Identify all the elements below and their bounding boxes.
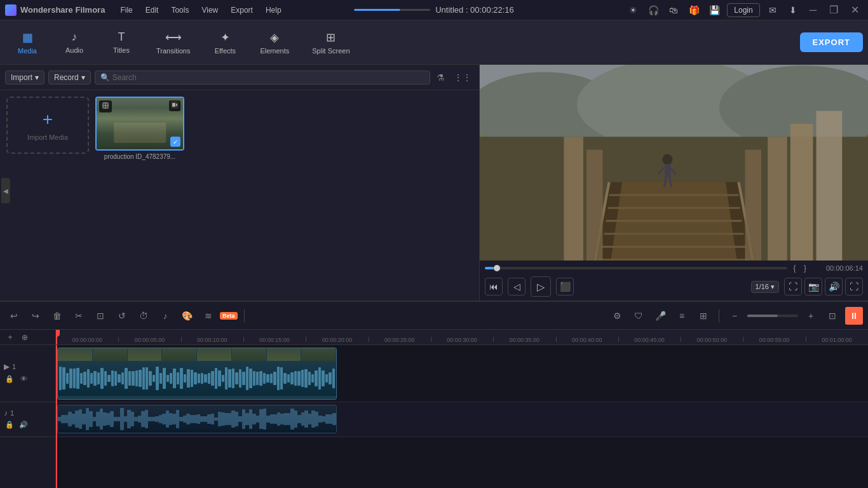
media-thumbnail[interactable]: ✓ bbox=[95, 97, 184, 151]
timeline-thumb[interactable] bbox=[494, 265, 500, 271]
zoom-slider[interactable] bbox=[747, 315, 798, 317]
waveform-bar bbox=[208, 373, 210, 383]
progress-bar bbox=[354, 9, 430, 11]
waveform-bar bbox=[290, 372, 293, 385]
toolbar-titles[interactable]: T Titles bbox=[99, 25, 144, 59]
toolbar-effects[interactable]: ✦ Effects bbox=[203, 25, 247, 60]
shield-icon[interactable]: 🛡 bbox=[630, 307, 648, 325]
play-button[interactable]: ▷ bbox=[531, 276, 551, 297]
volume-icon[interactable]: 🔊 bbox=[825, 278, 843, 295]
waveform-bar bbox=[215, 368, 217, 389]
toolbar-media[interactable]: ▦ Media bbox=[5, 25, 50, 60]
ruler-tick: 00:00:00:00 bbox=[56, 337, 118, 343]
export-button[interactable]: EXPORT bbox=[800, 32, 863, 52]
collapse-panel-button[interactable]: ◀ bbox=[1, 178, 10, 203]
mark-out-button[interactable]: } bbox=[802, 263, 808, 273]
step-back-button[interactable]: ⏮ bbox=[485, 278, 503, 295]
pip-icon[interactable]: ⊞ bbox=[695, 307, 712, 325]
rotate-button[interactable]: ↺ bbox=[113, 307, 131, 325]
menu-tools[interactable]: Tools bbox=[166, 3, 194, 17]
waveform-bar bbox=[191, 370, 193, 387]
speed-button[interactable]: ⏱ bbox=[135, 307, 153, 325]
hide-track-button[interactable]: 👁 bbox=[18, 373, 29, 384]
toolbar-elements[interactable]: ◈ Elements bbox=[250, 25, 299, 60]
login-button[interactable]: Login bbox=[727, 3, 759, 17]
download-icon[interactable]: ⬇ bbox=[785, 3, 801, 18]
crop-button[interactable]: ⊡ bbox=[92, 307, 109, 325]
waveform-bar bbox=[249, 369, 252, 388]
fullscreen-icon[interactable]: ⛶ bbox=[784, 278, 802, 295]
zoom-out-icon[interactable]: − bbox=[726, 307, 743, 325]
waveform-bar bbox=[104, 371, 107, 386]
video-clip[interactable]: ▶ production ID_4782379 (1) bbox=[57, 348, 337, 400]
playback-controls: ⏮ ◁ ▷ ⬛ 1/16 ▾ ⛶ 📷 🔊 ⛶ bbox=[485, 275, 863, 298]
menu-view[interactable]: View bbox=[196, 3, 223, 17]
track-headers: + ⊕ ▶ 1 🔒 👁 ♪ bbox=[0, 330, 56, 488]
search-box[interactable]: 🔍 bbox=[95, 71, 430, 85]
import-media-button[interactable]: + Import Media bbox=[6, 97, 89, 154]
fit-timeline-button[interactable]: ⊡ bbox=[824, 307, 841, 325]
lock-audio-button[interactable]: 🔒 bbox=[4, 419, 15, 431]
save-icon[interactable]: 💾 bbox=[707, 3, 722, 18]
waveform-bar bbox=[263, 373, 266, 383]
toolbar-split-screen[interactable]: ⊞ Split Screen bbox=[302, 25, 360, 60]
color-button[interactable]: 🎨 bbox=[178, 307, 196, 325]
audio-clip[interactable] bbox=[57, 405, 337, 433]
waveform-bar bbox=[277, 367, 280, 390]
filter-icon[interactable]: ⚗ bbox=[434, 71, 447, 84]
snap-button[interactable]: ⊕ bbox=[18, 331, 31, 344]
snapshot-icon[interactable]: 📷 bbox=[804, 278, 822, 295]
restore-button[interactable]: ❐ bbox=[825, 4, 842, 16]
frame-back-button[interactable]: ◁ bbox=[508, 278, 526, 295]
layers-icon[interactable]: ≡ bbox=[673, 307, 691, 325]
close-button[interactable]: ✕ bbox=[847, 4, 863, 16]
minimize-button[interactable]: ─ bbox=[806, 4, 820, 16]
waveform-bar bbox=[239, 369, 241, 388]
lock-track-button[interactable]: 🔒 bbox=[4, 373, 15, 384]
quality-select[interactable]: 1/16 ▾ bbox=[751, 281, 779, 293]
progress-bar-fill bbox=[354, 9, 400, 11]
menu-help[interactable]: Help bbox=[261, 3, 287, 17]
media-item[interactable]: ✓ production ID_4782379... bbox=[95, 97, 184, 160]
cut-button[interactable]: ✂ bbox=[70, 307, 88, 325]
microphone-icon[interactable]: 🎤 bbox=[651, 307, 669, 325]
transitions-label: Transitions bbox=[156, 47, 190, 55]
waveform-bar bbox=[83, 372, 86, 384]
toolbar-transitions[interactable]: ⟷ Transitions bbox=[146, 25, 200, 60]
media-item-label: production ID_4782379... bbox=[104, 153, 175, 160]
audio-track-header: ♪ 1 🔒 🔊 bbox=[0, 402, 55, 437]
delete-button[interactable]: 🗑 bbox=[48, 307, 66, 325]
mark-in-button[interactable]: { bbox=[791, 263, 797, 273]
timeline-playhead[interactable] bbox=[56, 330, 57, 344]
grid-view-icon[interactable]: ⋮⋮ bbox=[451, 71, 474, 84]
ai-audio-button[interactable]: ≋ bbox=[200, 307, 217, 325]
audio-button[interactable]: ♪ bbox=[156, 307, 174, 325]
timeline-settings-icon[interactable]: ⚙ bbox=[608, 307, 626, 325]
zoom-in-icon[interactable]: + bbox=[802, 307, 820, 325]
timeline-tracks: ▶ production ID_4782379 (1) bbox=[56, 345, 868, 488]
import-dropdown[interactable]: Import ▾ bbox=[5, 71, 44, 85]
toolbar-audio[interactable]: ♪ Audio bbox=[52, 25, 97, 59]
record-dropdown[interactable]: Record ▾ bbox=[48, 71, 91, 85]
menu-edit[interactable]: Edit bbox=[140, 3, 164, 17]
redo-button[interactable]: ↪ bbox=[27, 307, 44, 325]
settings-icon[interactable]: ⛶ bbox=[845, 278, 863, 295]
stop-button[interactable]: ⬛ bbox=[556, 278, 574, 295]
menu-export[interactable]: Export bbox=[226, 3, 258, 17]
menu-file[interactable]: File bbox=[115, 3, 137, 17]
waveform-bar bbox=[225, 367, 227, 390]
volume-audio-button[interactable]: 🔊 bbox=[18, 419, 29, 431]
timeline-pause-icon[interactable]: ⏸ bbox=[845, 307, 863, 325]
gift-icon[interactable]: 🛍 bbox=[666, 3, 681, 18]
search-input[interactable] bbox=[112, 73, 424, 82]
audio-waveform-bar bbox=[96, 412, 99, 427]
message-icon[interactable]: ✉ bbox=[765, 3, 780, 18]
undo-button[interactable]: ↩ bbox=[5, 307, 23, 325]
svg-rect-1 bbox=[172, 103, 175, 107]
audio-track-row bbox=[56, 402, 868, 437]
headphone-icon[interactable]: 🎧 bbox=[646, 3, 661, 18]
add-track-button[interactable]: + bbox=[4, 331, 17, 344]
gift2-icon[interactable]: 🎁 bbox=[686, 3, 702, 18]
preview-scrubber[interactable] bbox=[485, 267, 787, 269]
sun-icon[interactable]: ☀ bbox=[625, 3, 641, 18]
